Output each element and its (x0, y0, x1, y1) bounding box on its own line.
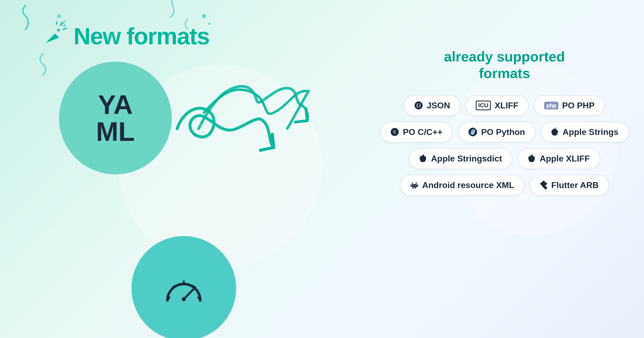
svg-point-25 (472, 130, 473, 131)
format-badge-po-cpp: C PO C/C++ (380, 122, 453, 142)
apple-xliff-icon (528, 154, 536, 163)
xliff-icon: ICU (476, 101, 491, 110)
xliff-label: XLIFF (495, 101, 518, 111)
format-badge-json: {} JSON (404, 95, 460, 116)
svg-rect-32 (411, 185, 412, 187)
json-icon: {} (414, 101, 423, 110)
c-icon: C (390, 128, 399, 136)
php-icon: php (544, 102, 558, 109)
svg-text:C: C (393, 130, 396, 134)
formats-grid: {} JSON ICU XLIFF php PO PHP (402, 95, 606, 196)
android-xml-label: Android resource XML (422, 180, 514, 190)
svg-point-28 (413, 185, 414, 186)
party-icon (43, 21, 67, 51)
svg-line-9 (63, 28, 67, 30)
python-icon (468, 127, 477, 137)
format-badge-apple-xliff: Apple XLIFF (518, 148, 600, 169)
apple-strings-label: Apple Strings (563, 127, 619, 137)
svg-point-2 (57, 14, 61, 18)
page-header: New formats (43, 21, 209, 51)
svg-line-30 (412, 183, 413, 184)
po-cpp-label: PO C/C++ (403, 127, 442, 137)
formats-area: already supported formats {} JSON ICU (402, 48, 606, 196)
formats-row-1: {} JSON ICU XLIFF php PO PHP (404, 95, 605, 116)
page-title: New formats (74, 23, 209, 50)
format-badge-po-python: PO Python (458, 122, 535, 142)
svg-point-11 (63, 24, 65, 27)
svg-point-12 (60, 22, 62, 24)
svg-rect-33 (417, 185, 418, 187)
formats-row-2: C PO C/C++ PO Python (380, 122, 628, 142)
rails-icon (162, 266, 205, 310)
format-badge-apple-strings: Apple Strings (541, 122, 629, 142)
formats-row-3: Apple Stringsdict Apple XLIFF (409, 148, 600, 169)
apple-xliff-label: Apple XLIFF (540, 154, 590, 164)
apple-stringsdict-icon (419, 154, 427, 163)
format-badge-android-xml: Android resource XML (400, 175, 524, 196)
apple-strings-icon (551, 127, 559, 137)
svg-line-10 (56, 21, 57, 24)
yaml-logo-text: YAML (96, 91, 135, 145)
svg-rect-27 (412, 184, 417, 188)
svg-point-26 (473, 133, 474, 134)
flutter-icon (540, 181, 547, 190)
svg-point-7 (57, 28, 60, 32)
svg-point-29 (415, 185, 416, 186)
svg-text:{}: {} (416, 103, 421, 108)
svg-line-18 (184, 287, 195, 299)
apple-stringsdict-label: Apple Stringsdict (431, 154, 502, 164)
svg-point-19 (182, 297, 186, 301)
format-badge-flutter-arb: Flutter ARB (530, 175, 609, 196)
formats-row-4: Android resource XML Flutter ARB (400, 175, 609, 196)
format-badge-po-php: php PO PHP (534, 95, 605, 116)
svg-rect-34 (413, 188, 414, 189)
formats-heading: already supported formats (402, 48, 606, 82)
svg-point-4 (202, 14, 206, 18)
po-python-label: PO Python (481, 127, 525, 137)
format-badge-apple-stringsdict: Apple Stringsdict (409, 148, 512, 169)
format-badge-xliff: ICU XLIFF (466, 95, 529, 116)
android-icon (410, 181, 418, 190)
flutter-arb-label: Flutter ARB (551, 180, 599, 190)
po-php-label: PO PHP (562, 101, 595, 111)
svg-rect-35 (415, 188, 416, 189)
svg-line-31 (416, 183, 417, 184)
json-label: JSON (427, 101, 450, 111)
svg-marker-6 (46, 34, 59, 43)
